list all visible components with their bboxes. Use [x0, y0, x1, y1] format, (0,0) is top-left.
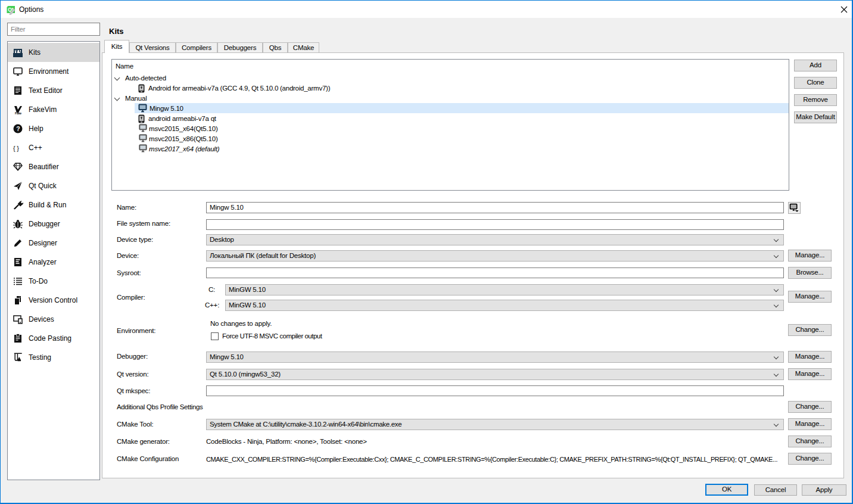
svg-text:?: ?: [16, 125, 20, 132]
svg-text:{ }: { }: [13, 145, 19, 152]
svg-text:Fake: Fake: [15, 111, 21, 115]
